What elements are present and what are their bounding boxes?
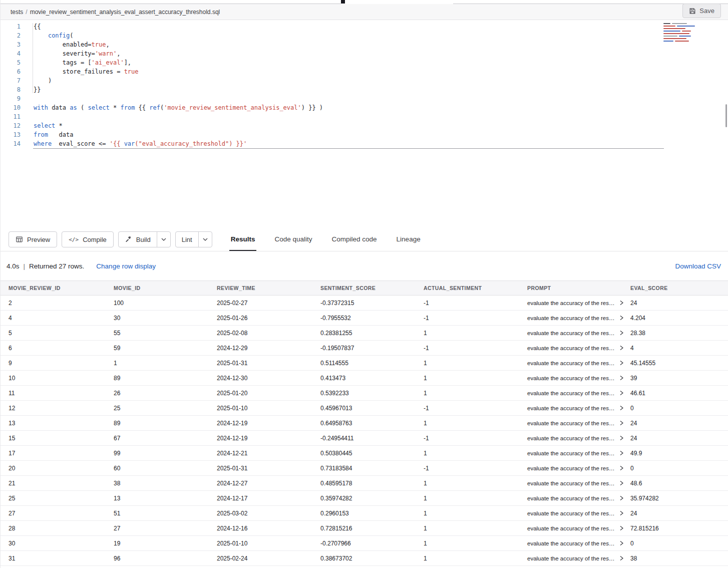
table-cell: 30 xyxy=(9,540,114,547)
line-number: 5 xyxy=(1,58,21,67)
tab-compiled-code[interactable]: Compiled code xyxy=(330,228,379,251)
prompt-preview: evaluate the accuracy of the res… xyxy=(527,525,615,531)
code-line[interactable]: 12select * xyxy=(1,121,728,130)
expand-prompt-icon[interactable] xyxy=(619,405,624,411)
build-dropdown-button[interactable] xyxy=(157,232,170,247)
table-cell: 35.974282 xyxy=(630,495,728,502)
code-line[interactable]: 8}} xyxy=(1,85,728,94)
code-line[interactable]: 1{{ xyxy=(1,22,728,31)
expand-prompt-icon[interactable] xyxy=(619,330,624,336)
code-text: }} xyxy=(34,85,41,94)
prompt-preview: evaluate the accuracy of the res… xyxy=(527,555,615,561)
table-cell: 0.38673702 xyxy=(320,555,424,562)
build-button[interactable]: Build xyxy=(119,232,157,247)
breadcrumb-tests[interactable]: tests xyxy=(11,9,23,16)
line-number: 14 xyxy=(1,139,21,148)
table-cell: 2025-03-02 xyxy=(217,510,320,517)
table-cell: 2025-01-10 xyxy=(217,405,320,412)
table-cell: 21 xyxy=(9,480,114,487)
code-line[interactable]: 3 enabled=true, xyxy=(1,40,728,49)
code-line[interactable]: 4 severity='warn', xyxy=(1,49,728,58)
expand-prompt-icon[interactable] xyxy=(619,480,624,486)
table-cell: 38 xyxy=(114,480,217,487)
expand-prompt-icon[interactable] xyxy=(619,510,624,516)
table-cell: -1 xyxy=(424,300,527,307)
table-cell: 0.413473 xyxy=(320,375,424,382)
table-cell: 2025-01-20 xyxy=(217,390,320,397)
expand-prompt-icon[interactable] xyxy=(619,375,624,381)
build-label: Build xyxy=(136,236,151,243)
status-separator: | xyxy=(24,262,26,270)
prompt-cell: evaluate the accuracy of the res… xyxy=(527,405,630,411)
expand-prompt-icon[interactable] xyxy=(619,435,624,441)
prompt-preview: evaluate the accuracy of the res… xyxy=(527,480,615,486)
code-line[interactable]: 6 store_failures = true xyxy=(1,67,728,76)
expand-prompt-icon[interactable] xyxy=(619,450,624,456)
expand-prompt-icon[interactable] xyxy=(619,540,624,546)
expand-prompt-icon[interactable] xyxy=(619,525,624,531)
line-number: 11 xyxy=(1,112,21,121)
tab-code-quality[interactable]: Code quality xyxy=(273,228,313,251)
table-row: 21382024-12-270.485951781evaluate the ac… xyxy=(1,476,728,491)
table-row: 17992024-12-210.503804451evaluate the ac… xyxy=(1,446,728,461)
prompt-cell: evaluate the accuracy of the res… xyxy=(527,495,630,501)
table-cell: -1 xyxy=(424,345,527,352)
breadcrumb-filename[interactable]: movie_review_sentiment_analysis_eval_ass… xyxy=(30,9,220,16)
code-line[interactable]: 5 tags = ['ai_eval'], xyxy=(1,58,728,67)
code-line[interactable]: 14where eval_score <= '{{ var("eval_accu… xyxy=(1,139,728,148)
table-row: 12252025-01-100.45967013-1evaluate the a… xyxy=(1,401,728,416)
table-cell: 38 xyxy=(630,555,728,562)
prompt-preview: evaluate the accuracy of the res… xyxy=(527,420,615,426)
compile-button[interactable]: </> Compile xyxy=(62,231,114,247)
code-line[interactable]: 2 config( xyxy=(1,31,728,40)
table-row: 30192025-01-10-0.27079661evaluate the ac… xyxy=(1,536,728,551)
prompt-preview: evaluate the accuracy of the res… xyxy=(527,405,615,411)
code-line[interactable]: 9 xyxy=(1,94,728,103)
tab-results[interactable]: Results xyxy=(229,228,257,251)
table-cell: 46.61 xyxy=(630,390,728,397)
table-cell: 10 xyxy=(9,375,114,382)
prompt-preview: evaluate the accuracy of the res… xyxy=(527,360,615,366)
lint-button[interactable]: Lint xyxy=(176,232,198,247)
table-cell: 24 xyxy=(630,435,728,442)
prompt-cell: evaluate the accuracy of the res… xyxy=(527,435,630,441)
code-line[interactable]: 11 xyxy=(1,112,728,121)
action-bar: Preview </> Compile Build Lint xyxy=(1,228,728,251)
save-icon xyxy=(689,8,696,15)
table-cell: 2025-01-31 xyxy=(217,465,320,472)
expand-prompt-icon[interactable] xyxy=(619,315,624,321)
code-line[interactable]: 13from data xyxy=(1,130,728,139)
preview-button[interactable]: Preview xyxy=(9,231,57,247)
table-cell: 2024-12-21 xyxy=(217,450,320,457)
column-header: MOVIE_ID xyxy=(114,285,217,291)
tab-lineage[interactable]: Lineage xyxy=(395,228,422,251)
minimap[interactable] xyxy=(663,23,721,43)
table-cell: 28.38 xyxy=(630,330,728,337)
expand-prompt-icon[interactable] xyxy=(619,300,624,306)
expand-prompt-icon[interactable] xyxy=(619,390,624,396)
expand-prompt-icon[interactable] xyxy=(619,420,624,426)
editor-scrollbar[interactable] xyxy=(725,104,727,127)
table-cell: 96 xyxy=(114,555,217,562)
active-line-indicator xyxy=(33,148,664,149)
code-line[interactable]: 10with data as ( select * from {{ ref('m… xyxy=(1,103,728,112)
table-cell: 0 xyxy=(630,465,728,472)
expand-prompt-icon[interactable] xyxy=(619,465,624,471)
expand-prompt-icon[interactable] xyxy=(619,495,624,501)
lint-dropdown-button[interactable] xyxy=(198,232,212,247)
line-number: 12 xyxy=(1,121,21,130)
table-cell: 2025-01-26 xyxy=(217,315,320,322)
save-button[interactable]: Save xyxy=(682,4,721,18)
code-editor[interactable]: 1{{2 config(3 enabled=true,4 severity='w… xyxy=(1,20,728,228)
save-label: Save xyxy=(699,7,714,15)
table-cell: 1 xyxy=(424,555,527,562)
column-header: ACTUAL_SENTIMENT xyxy=(424,285,527,291)
expand-prompt-icon[interactable] xyxy=(619,555,624,561)
download-csv-link[interactable]: Download CSV xyxy=(675,262,721,270)
code-line[interactable]: 7 ) xyxy=(1,76,728,85)
change-row-display-link[interactable]: Change row display xyxy=(96,262,156,270)
expand-prompt-icon[interactable] xyxy=(619,360,624,366)
prompt-cell: evaluate the accuracy of the res… xyxy=(527,300,630,306)
expand-prompt-icon[interactable] xyxy=(619,345,624,351)
table-cell: -0.37372315 xyxy=(320,300,424,307)
